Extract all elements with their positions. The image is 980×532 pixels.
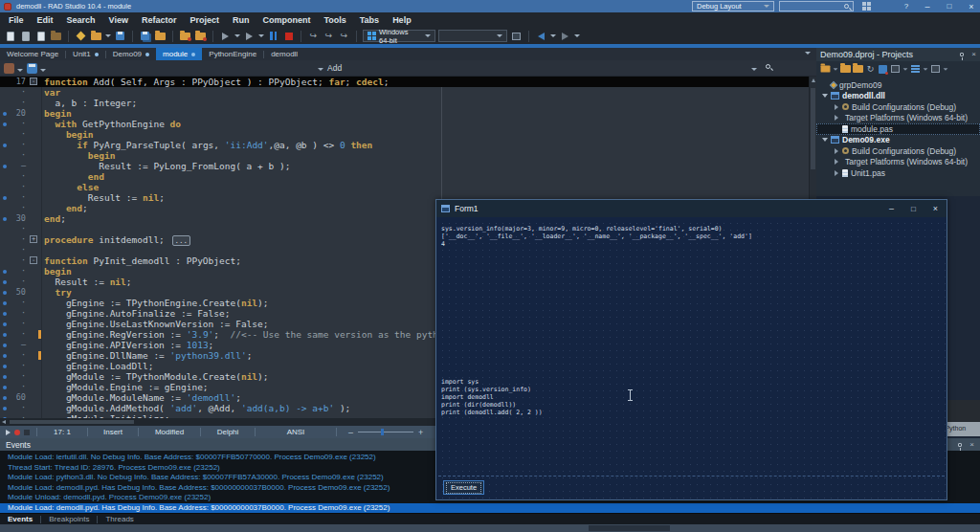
macro-stop-icon[interactable] [24,430,30,435]
navigate-back-button[interactable] [535,30,547,42]
save-all-button[interactable] [139,30,151,42]
project-options-button[interactable] [510,30,523,42]
new-file-button[interactable] [4,30,16,42]
method-navigator[interactable]: Add [327,63,342,73]
menu-file[interactable]: File [2,15,31,25]
chevron-down-icon[interactable] [944,68,948,70]
code-line[interactable]: · begin [0,129,816,140]
add-to-project-button[interactable] [179,30,191,42]
scrollbar-thumb[interactable] [10,420,134,424]
code-line[interactable]: ·var [0,87,816,98]
code-line[interactable]: 17-function Add( Self, Args : PPyObject … [0,77,816,87]
tree-item-target-platforms-windows-64-bit-[interactable]: Target Platforms (Windows 64-bit) [816,157,980,168]
tree-item-demo09-exe[interactable]: Demo09.exe [816,135,980,146]
code-fold-toggle[interactable]: + [30,235,37,243]
tree-item-demodll-dll[interactable]: demodll.dll [816,91,980,102]
target-platform-combo[interactable]: Windows 64-bit [363,30,435,42]
views-button[interactable] [930,64,941,75]
executable-line-marker[interactable] [3,144,7,147]
python-output-memo[interactable]: sys.version_info(major=3, minor=9, micro… [441,225,752,248]
code-fold-toggle[interactable]: - [30,256,37,264]
tab-welcome-page[interactable]: Welcome Page [0,48,65,60]
pin-icon[interactable] [960,53,964,56]
executable-line-marker[interactable] [3,165,7,168]
tab-unit1[interactable]: Unit1 [66,48,105,60]
chevron-down-icon[interactable] [318,68,323,71]
save-file-button[interactable] [34,30,47,42]
close-button[interactable]: × [924,200,947,217]
layout-options-button[interactable] [858,0,875,12]
unit-save-icon[interactable] [27,63,37,74]
executable-line-marker[interactable] [3,291,7,295]
tab-module[interactable]: module [156,48,202,60]
tree-item-target-platforms-windows-64-bit-[interactable]: Target Platforms (Windows 64-bit) [816,113,980,124]
close-icon[interactable]: × [971,51,976,58]
executable-line-marker[interactable] [3,365,7,368]
macro-record-icon[interactable] [14,430,20,435]
new-project-button[interactable] [820,64,831,75]
code-line[interactable]: · with GetPythonEngine do [0,119,816,129]
language-indicator[interactable]: Delphi [201,428,255,436]
menu-tabs[interactable]: Tabs [353,15,386,25]
chevron-right-icon[interactable] [835,159,838,165]
step-over-button[interactable]: ↪ [307,30,320,42]
menu-project[interactable]: Project [183,15,226,25]
code-line[interactable]: · end [0,171,816,182]
executable-line-marker[interactable] [3,375,7,379]
chevron-down-icon[interactable] [903,68,908,70]
ide-search-box[interactable] [779,1,854,11]
executable-line-marker[interactable] [3,407,7,410]
editor-zoom-slider[interactable]: – + [348,428,423,437]
chevron-down-icon[interactable] [834,68,838,70]
scrollbar-thumb[interactable] [589,525,670,531]
menu-help[interactable]: Help [386,15,418,25]
execute-button[interactable]: Execute [443,480,484,495]
class-explorer-icon[interactable] [4,63,14,74]
code-line[interactable]: · a, b : Integer; [0,98,816,108]
scrollbar-thumb[interactable] [811,88,815,169]
tree-item-module-pas[interactable]: module.pas [816,123,980,135]
chevron-right-icon[interactable] [835,104,838,110]
executable-line-marker[interactable] [3,322,7,326]
desktop-layout-combo[interactable]: Debug Layout [692,1,774,11]
chevron-right-icon[interactable] [835,170,838,176]
menu-view[interactable]: View [102,15,135,25]
run-button[interactable] [219,30,232,42]
tree-item-grpdemo09[interactable]: grpDemo09 [816,79,980,91]
pause-button[interactable] [267,30,279,42]
executable-line-marker[interactable] [3,122,7,126]
step-out-button[interactable]: ↪ [338,30,350,42]
save-project-button[interactable] [154,30,167,42]
insert-mode[interactable]: Insert [88,428,138,436]
menu-tools[interactable]: Tools [317,15,352,25]
tab-list-dropdown[interactable] [805,52,811,55]
chevron-down-icon[interactable] [105,34,111,37]
code-line[interactable]: 20begin [0,108,816,119]
executable-line-marker[interactable] [3,196,7,200]
stop-button[interactable] [282,30,295,42]
save-button[interactable] [114,30,126,42]
minimize-button[interactable]: – [919,0,936,12]
chevron-down-icon[interactable] [17,69,23,72]
menu-edit[interactable]: Edit [31,15,60,25]
chevron-down-icon[interactable] [751,68,757,71]
tree-item-unit1-pas[interactable]: Unit1.pas [816,167,980,179]
executable-line-marker[interactable] [3,270,7,274]
executable-line-marker[interactable] [3,344,7,347]
executable-line-marker[interactable] [3,301,7,305]
tab-threads[interactable]: Threads [98,515,141,523]
maximize-button[interactable]: □ [941,0,958,12]
executable-line-marker[interactable] [3,386,7,389]
remove-from-project-button[interactable] [194,30,207,42]
encoding-indicator[interactable]: ANSI [256,428,336,436]
open-project-button[interactable] [90,30,102,42]
chevron-down-icon[interactable] [924,68,928,70]
executable-line-marker[interactable] [3,217,7,221]
minimize-button[interactable]: – [880,200,902,217]
refresh-button[interactable]: ↻ [865,64,876,75]
event-log-row[interactable]: Module Load: demodll.pyd. Has Debug Info… [0,503,980,514]
build-config-combo[interactable] [438,30,507,42]
zoom-in-icon[interactable]: + [418,428,423,437]
save-project-button[interactable] [853,64,863,75]
chevron-down-icon[interactable] [822,138,828,142]
